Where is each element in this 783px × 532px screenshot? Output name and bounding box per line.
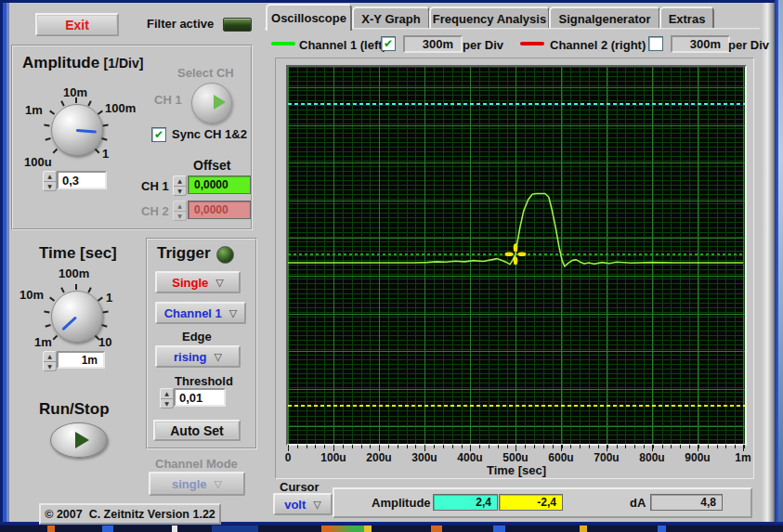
cursor2-value-field: -2,4 [499,494,563,511]
x-tick-label: 100u [310,451,357,464]
threshold-label: Threshold [175,374,233,388]
time-scale-100m: 100m [59,266,89,280]
x-tick-label: 400u [447,451,493,464]
time-scale-1: 1 [106,291,112,305]
trigger-mode-dropdown[interactable]: Single▽ [155,271,241,293]
time-scale-10m: 10m [20,288,44,302]
da-label: dA [630,496,646,510]
x-tick-label: 0 [265,451,311,464]
channel2-visible-checkbox[interactable] [648,36,663,51]
trigger-source-value: Channel 1 [164,306,222,320]
cursor-mode-value: volt [284,498,306,512]
channel-mode-label: Channel Mode [155,457,238,471]
tab-xy-graph[interactable]: X-Y Graph [352,6,430,30]
tab-label: Extras [669,12,706,26]
offset-ch1-spinner[interactable]: ▲▼ [173,175,187,196]
x-tick-label: 900u [674,451,721,464]
tab-label: Signalgenerator [559,12,651,26]
channel2-legend-label: Channel 2 (right) [550,38,646,52]
select-ch-knob[interactable] [191,83,230,122]
oscilloscope-plot[interactable] [286,65,747,446]
amplitude-scale-100m: 100m [105,101,136,115]
dropdown-arrow-icon: ▽ [215,277,223,289]
cursor-amplitude-label: Amplitude [372,496,431,510]
offset-ch1-field[interactable]: 0,0000 [188,175,251,194]
da-value-field: 4,8 [650,494,723,511]
filter-active-label: Filter active [147,17,214,31]
amplitude-scale-1m: 1m [25,103,43,117]
trigger-source-dropdown[interactable]: Channel 1▽ [155,302,246,324]
desktop-background-right [778,0,783,532]
trigger-edge-value: rising [174,350,206,364]
filter-active-led[interactable] [223,18,252,32]
time-knob[interactable] [51,291,101,341]
time-scale-1m: 1m [34,335,52,349]
x-tick-label: 800u [629,451,675,464]
tab-label: X-Y Graph [361,12,420,26]
channel1-legend-label: Channel 1 (left) [299,38,386,52]
select-ch-knob-face[interactable] [191,83,232,123]
offset-title: Offset [193,158,230,173]
run-icon [75,432,89,448]
amplitude-scale-100u: 100u [24,155,52,169]
sync-checkbox-check: ✔ [154,129,163,140]
x-tick-label: 500u [492,451,539,464]
offset-ch2-label: CH 2 [141,204,169,218]
channel2-color-swatch [520,42,544,45]
offset-ch1-label: CH 1 [141,179,169,193]
tab-extras[interactable]: Extras [659,6,714,30]
channel1-checkbox-check: ✔ [384,38,393,49]
window-right-edge [762,3,775,522]
cursor-mode-dropdown[interactable]: volt▽ [273,493,333,515]
time-value-field[interactable]: 1m [57,351,105,369]
tab-oscilloscope[interactable]: Oscilloscope [266,4,352,31]
offset-ch2-spinner[interactable]: ▲▼ [173,201,187,221]
channel2-per-div-label: per Div [728,38,769,52]
desktop-background-bottom [0,526,783,532]
sync-checkbox[interactable]: ✔ [151,127,166,142]
exit-button[interactable]: Exit [35,13,119,36]
select-ch-knob-pointer [214,95,226,110]
tab-label: Oscilloscope [271,11,346,25]
run-stop-button[interactable] [50,422,108,458]
sync-label: Sync CH 1&2 [172,127,247,141]
amplitude-knob[interactable] [51,104,101,154]
amplitude-scale-1: 1 [102,147,109,161]
window-left-border [0,0,9,526]
cursor1-value-field: 2,4 [433,494,498,511]
channel1-color-swatch [271,42,295,45]
run-stop-label: Run/Stop [39,400,110,419]
trigger-led [216,246,234,264]
threshold-spinner[interactable]: ▲▼ [160,388,174,409]
amplitude-scale-10m: 10m [63,85,87,99]
offset-ch2-field[interactable]: 0,0000 [188,201,251,219]
dropdown-arrow-icon: ▽ [215,478,222,490]
channel1-visible-checkbox[interactable]: ✔ [381,36,396,51]
channel1-per-div-field[interactable]: 300m [403,35,463,53]
trigger-edge-dropdown[interactable]: rising▽ [155,345,241,368]
threshold-field[interactable]: 0,01 [174,388,226,407]
tab-signalgenerator[interactable]: Signalgenerator [549,6,660,30]
time-knob-ticks [51,291,101,341]
tab-label: Frequency Analysis [433,12,546,26]
select-ch-channel-label: CH 1 [154,93,182,107]
x-tick-label: 700u [583,451,630,464]
x-tick-label: 1m [720,451,766,464]
amplitude-title: Amplitude [1/Div] [22,54,143,72]
amplitude-value-field[interactable]: 0,3 [57,171,107,189]
x-tick-label: 600u [538,451,584,464]
channel1-per-div-label: per Div [463,38,503,52]
amplitude-spinner[interactable]: ▲▼ [43,171,57,191]
trigger-groupbox [146,238,257,449]
copyright-label: © 2007 C. Zeitnitz Version 1.22 [39,503,221,525]
tab-frequency-analysis[interactable]: Frequency Analysis [429,6,550,30]
time-spinner[interactable]: ▲▼ [43,351,57,371]
channel-mode-dropdown[interactable]: single▽ [149,472,245,496]
x-tick-label: 200u [356,451,402,464]
channel2-per-div-field[interactable]: 300m [671,35,730,53]
x-tick-label: 300u [401,451,448,464]
auto-set-button[interactable]: Auto Set [153,420,241,441]
edge-label: Edge [182,330,212,344]
time-scale-10: 10 [98,335,111,349]
window-top-border [0,0,783,3]
